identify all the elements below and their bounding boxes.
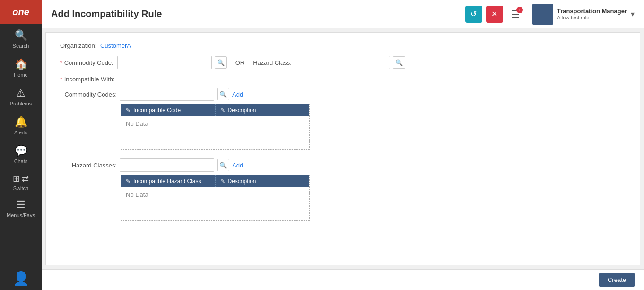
incompatible-with-section: Incompatible With:: [60, 76, 626, 83]
home-icon: 🏠: [15, 58, 27, 70]
no-data-label2: No Data: [126, 191, 148, 198]
hazard-classes-table-body: No Data: [121, 187, 309, 220]
warning-icon: ⚠: [16, 87, 26, 99]
switch-icon: ⊞: [13, 174, 20, 184]
hazard-classes-col1: ✎ Incompatible Hazard Class: [121, 175, 216, 187]
hazard-classes-add-link[interactable]: Add: [232, 162, 243, 169]
sidebar-item-label: Alerts: [14, 130, 27, 135]
header: Add Incompatibility Rule ↺ ✕ ☰ 1 Transpo…: [42, 0, 644, 28]
commodity-codes-add-link[interactable]: Add: [232, 91, 243, 98]
organization-value: CustomerA: [100, 42, 131, 49]
switch-label: Switch: [13, 185, 28, 191]
header-actions: ↺ ✕ ☰ 1 Transportation Manager Allow tes…: [465, 4, 635, 25]
hazard-class-input[interactable]: [296, 56, 390, 69]
sidebar-item-menus[interactable]: ☰ Menus/Favs: [0, 193, 42, 222]
organization-row: Organization: CustomerA: [60, 42, 626, 49]
chat-icon: 💬: [15, 145, 27, 157]
app-logo: one: [0, 0, 42, 24]
sidebar-item-problems[interactable]: ⚠ Problems: [0, 81, 42, 110]
close-button[interactable]: ✕: [486, 6, 503, 23]
form-area: Organization: CustomerA Commodity Code: …: [45, 32, 640, 265]
refresh-button[interactable]: ↺: [465, 6, 482, 23]
user-avatar: [532, 4, 553, 25]
edit-icon2: ✎: [220, 107, 225, 114]
commodity-codes-section: Commodity Codes: 🔍 Add ✎ Incompatible Co…: [60, 88, 626, 150]
user-section: Transportation Manager Allow test role ▾: [532, 4, 635, 25]
sidebar: one 🔍 Search 🏠 Home ⚠ Problems 🔔 Alerts …: [0, 0, 42, 290]
hazard-classes-table-container: ✎ Incompatible Hazard Class ✎ Descriptio…: [121, 175, 626, 221]
footer-bar: Create: [42, 269, 644, 290]
bell-icon: 🔔: [15, 116, 27, 128]
hazard-classes-col2: ✎ Description: [216, 175, 310, 187]
hazard-classes-search-button[interactable]: 🔍: [217, 159, 229, 171]
hazard-classes-label: Hazard Classes:: [60, 162, 117, 169]
commodity-codes-table-header: ✎ Incompatible Code ✎ Description: [121, 104, 309, 116]
edit-icon3: ✎: [126, 178, 131, 185]
hazard-classes-section: Hazard Classes: 🔍 Add ✎ Incompatible Haz…: [60, 158, 626, 221]
page-title: Add Incompatibility Rule: [51, 9, 465, 19]
edit-icon4: ✎: [220, 178, 225, 185]
switch-icon2: ⇄: [22, 174, 29, 184]
commodity-hazard-row: Commodity Code: 🔍 OR Hazard Class: 🔍: [60, 56, 626, 69]
commodity-codes-col1: ✎ Incompatible Code: [121, 104, 216, 116]
commodity-code-field-group: 🔍: [117, 56, 227, 69]
commodity-codes-table: ✎ Incompatible Code ✎ Description No Dat…: [121, 104, 310, 150]
sidebar-item-home[interactable]: 🏠 Home: [0, 53, 42, 81]
sidebar-item-alerts[interactable]: 🔔 Alerts: [0, 110, 42, 139]
hazard-classes-table-header: ✎ Incompatible Hazard Class ✎ Descriptio…: [121, 175, 309, 187]
sidebar-item-label: Problems: [10, 101, 32, 106]
user-info: Transportation Manager Allow test role: [557, 8, 627, 20]
commodity-code-search-button[interactable]: 🔍: [215, 56, 227, 69]
create-button[interactable]: Create: [599, 273, 635, 287]
sidebar-item-label: Home: [14, 72, 27, 78]
user-name: Transportation Manager: [557, 8, 627, 15]
commodity-codes-table-container: ✎ Incompatible Code ✎ Description No Dat…: [121, 104, 626, 150]
commodity-code-label: Commodity Code:: [60, 59, 113, 66]
sidebar-item-label: Menus/Favs: [7, 212, 35, 218]
hazard-class-field-group: 🔍: [296, 56, 405, 69]
menu-button[interactable]: ☰ 1: [507, 6, 524, 23]
menu-badge: 1: [516, 7, 523, 13]
no-data-label: No Data: [126, 120, 148, 127]
sidebar-item-label: Search: [13, 43, 29, 49]
menu-icon: ☰: [16, 199, 26, 211]
hazard-class-label: Hazard Class:: [253, 59, 292, 66]
commodity-codes-input[interactable]: [120, 88, 214, 101]
search-icon: 🔍: [15, 29, 27, 42]
or-label: OR: [235, 59, 245, 66]
commodity-codes-table-body: No Data: [121, 116, 309, 149]
main-content: Add Incompatibility Rule ↺ ✕ ☰ 1 Transpo…: [42, 0, 644, 290]
hazard-classes-table: ✎ Incompatible Hazard Class ✎ Descriptio…: [121, 175, 310, 221]
commodity-codes-search-button[interactable]: 🔍: [217, 88, 229, 100]
chevron-down-icon[interactable]: ▾: [631, 9, 635, 18]
sidebar-item-chats[interactable]: 💬 Chats: [0, 139, 42, 168]
incompatible-with-label: Incompatible With:: [60, 76, 115, 83]
edit-icon: ✎: [126, 107, 131, 114]
hazard-class-search-button[interactable]: 🔍: [393, 56, 405, 69]
user-role: Allow test role: [557, 15, 627, 20]
hazard-classes-input[interactable]: [120, 158, 214, 172]
commodity-codes-label: Commodity Codes:: [60, 91, 117, 98]
commodity-code-input[interactable]: [117, 56, 212, 69]
sidebar-item-search[interactable]: 🔍 Search: [0, 24, 42, 53]
hazard-classes-field-row: Hazard Classes: 🔍 Add: [60, 158, 626, 172]
sidebar-item-label: Chats: [14, 158, 28, 164]
commodity-codes-field-row: Commodity Codes: 🔍 Add: [60, 88, 626, 101]
logo-text: one: [12, 7, 29, 18]
sidebar-item-user-avatar[interactable]: 👤: [11, 265, 31, 290]
commodity-codes-col2: ✎ Description: [216, 104, 310, 116]
organization-label: Organization:: [60, 42, 96, 49]
